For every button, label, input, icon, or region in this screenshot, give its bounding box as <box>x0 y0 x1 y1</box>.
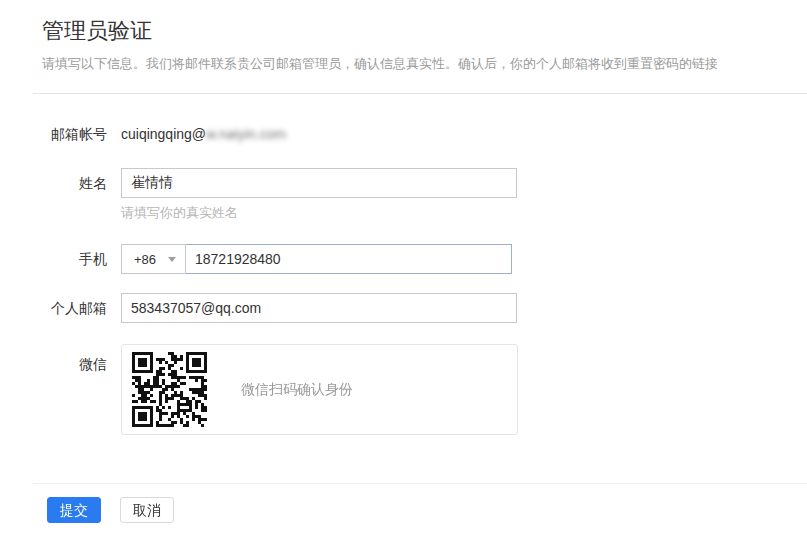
name-input[interactable] <box>121 168 517 198</box>
page-title: 管理员验证 <box>42 16 807 45</box>
wechat-scan-box: 微信扫码确认身份 <box>121 344 518 435</box>
qr-code-icon <box>132 352 207 427</box>
phone-row: 手机 +86 <box>42 244 807 274</box>
personal-email-label: 个人邮箱 <box>42 298 107 318</box>
page-subtitle: 请填写以下信息。我们将邮件联系贵公司邮箱管理员，确认信息真实性。确认后，你的个人… <box>42 55 807 73</box>
actions-row: 提交 取消 <box>47 497 807 523</box>
phone-input[interactable] <box>185 244 512 274</box>
country-code-value: +86 <box>134 252 156 267</box>
submit-button[interactable]: 提交 <box>47 497 101 523</box>
phone-label: 手机 <box>42 249 107 269</box>
wechat-row: 微信 微信扫码确认身份 <box>42 344 807 435</box>
wechat-label: 微信 <box>42 344 107 374</box>
email-account-redacted-domain: w.naiyin.com <box>206 126 286 142</box>
chevron-down-icon <box>168 257 176 262</box>
cancel-button[interactable]: 取消 <box>120 497 174 523</box>
footer-divider <box>33 483 807 484</box>
country-code-select[interactable]: +86 <box>121 244 186 274</box>
personal-email-input[interactable] <box>121 293 517 323</box>
header-divider <box>33 93 807 94</box>
name-row: 姓名 <box>42 168 807 198</box>
email-account-value: cuiqingqing@w.naiyin.com <box>121 126 286 142</box>
email-account-label: 邮箱帐号 <box>42 124 107 144</box>
personal-email-row: 个人邮箱 <box>42 293 807 323</box>
wechat-scan-text: 微信扫码确认身份 <box>241 381 353 399</box>
email-account-row: 邮箱帐号 cuiqingqing@w.naiyin.com <box>42 124 807 144</box>
email-account-prefix: cuiqingqing@ <box>121 126 206 142</box>
name-hint: 请填写你的真实姓名 <box>121 204 807 222</box>
name-label: 姓名 <box>42 173 107 193</box>
